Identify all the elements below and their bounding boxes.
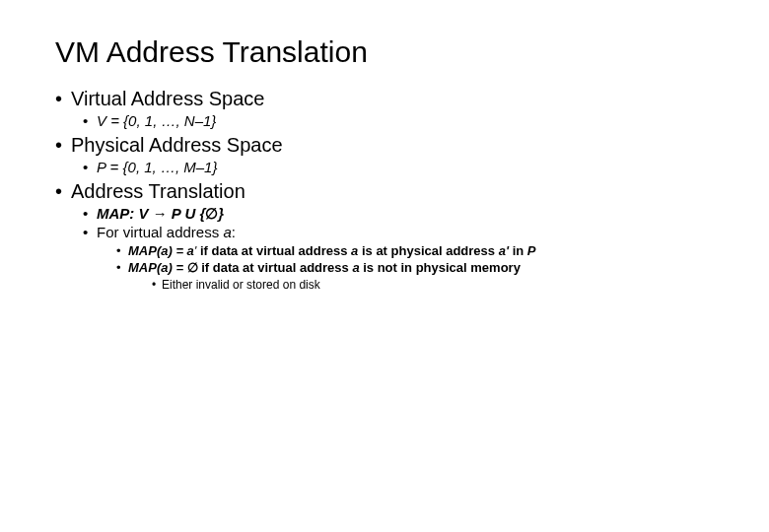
empty-set-icon: ∅	[205, 205, 218, 222]
empty-set-icon: ∅	[187, 260, 198, 275]
text-map-rest: P U {	[168, 205, 206, 222]
var-p: P	[527, 243, 536, 258]
bullet-text: P = {0, 1, …, M–1}	[97, 159, 217, 175]
bullet-text: Physical Address Space	[71, 134, 283, 156]
sub-bullet-v-def: V = {0, 1, …, N–1}	[83, 112, 722, 131]
bullet-text: Virtual Address Space	[71, 88, 264, 109]
bullet-physical-space: Physical Address Space P = {0, 1, …, M–1…	[55, 133, 722, 177]
text-map-label: MAP: V	[97, 205, 153, 222]
note-invalid-or-disk: Either invalid or stored on disk	[152, 278, 722, 293]
text: Either invalid or stored on disk	[162, 278, 320, 292]
var-a: a	[352, 260, 359, 275]
sub-bullet-for-addr: For virtual address a: MAP(a) = a' if da…	[83, 224, 722, 292]
text: For virtual address	[97, 224, 223, 240]
text: :	[232, 224, 236, 240]
bullet-address-translation: Address Translation MAP: V → P U {∅} For…	[55, 179, 722, 293]
text: is at physical address	[358, 243, 498, 258]
case-map-a-prime: MAP(a) = a' if data at virtual address a…	[116, 243, 722, 259]
text: if data at virtual address	[196, 243, 351, 258]
sub-bullet-map-def: MAP: V → P U {∅}	[83, 205, 722, 224]
var-a-prime: a'	[499, 243, 509, 258]
bullet-text: V = {0, 1, …, N–1}	[97, 112, 216, 129]
bullet-text: Address Translation	[71, 180, 245, 202]
var-a: a	[223, 224, 231, 240]
bullet-virtual-space: Virtual Address Space V = {0, 1, …, N–1}	[55, 87, 722, 131]
bullet-list: Virtual Address Space V = {0, 1, …, N–1}…	[55, 87, 722, 293]
text: is not in physical memory	[360, 260, 521, 275]
text: in	[509, 243, 527, 258]
text: if data at virtual address	[198, 260, 353, 275]
slide-title: VM Address Translation	[55, 35, 722, 69]
arrow-icon: →	[153, 205, 168, 222]
case-map-empty: MAP(a) = ∅ if data at virtual address a …	[116, 260, 722, 292]
sub-bullet-p-def: P = {0, 1, …, M–1}	[83, 159, 722, 177]
slide: VM Address Translation Virtual Address S…	[0, 0, 769, 312]
text-map-close: }	[218, 205, 224, 222]
text: MAP(a) =	[128, 260, 187, 275]
text: MAP(a) = a	[128, 243, 194, 258]
